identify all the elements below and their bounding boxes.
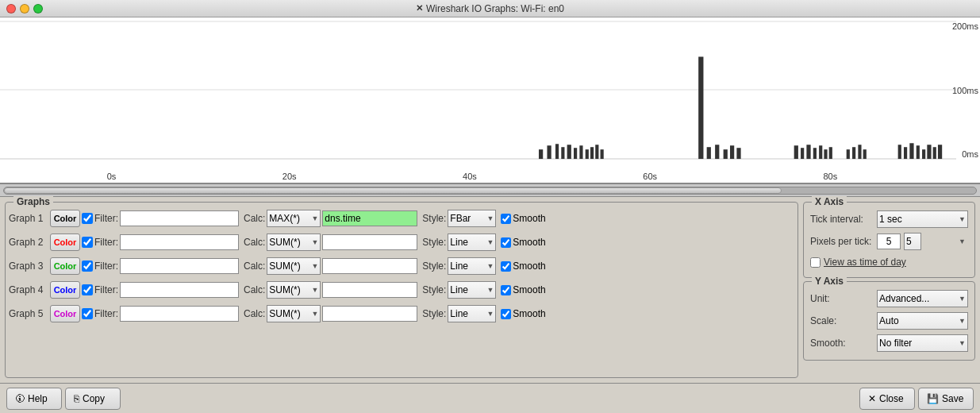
- filter-input-3[interactable]: [120, 258, 239, 274]
- calc-select-3[interactable]: SUM(*) SUM(*) MIN(*) AVG(*) LOAD(*): [267, 257, 321, 275]
- calc-select-2[interactable]: SUM(*) SUM(*) MIN(*) AVG(*) LOAD(*): [267, 234, 321, 251]
- filter-input-2[interactable]: [120, 234, 239, 250]
- calc-label-1: Calc:: [244, 213, 265, 224]
- svg-rect-35: [847, 149, 850, 159]
- right-panel: X Axis Tick interval: 1 sec 2 sec 5 sec …: [803, 202, 975, 378]
- svg-rect-7: [567, 145, 571, 159]
- filter-value-input-3[interactable]: [322, 258, 417, 274]
- save-button[interactable]: 💾 Save: [918, 388, 974, 410]
- svg-rect-8: [574, 148, 577, 159]
- style-select-wrapper-5[interactable]: Line Line FBar Dot Square: [448, 305, 496, 322]
- scale-row: Scale: Auto 10 100 1000: [810, 311, 968, 331]
- style-select-wrapper-1[interactable]: FBar Line FBar Dot Square: [448, 210, 496, 227]
- close-window-button[interactable]: [6, 4, 16, 14]
- minimize-window-button[interactable]: [20, 4, 29, 14]
- scrollbar-thumb[interactable]: [4, 187, 782, 194]
- title-bar: ✕ Wireshark IO Graphs: Wi-Fi: en0: [0, 0, 980, 17]
- x-label-80s: 80s: [823, 172, 837, 181]
- filter-label-3: Filter:: [94, 261, 118, 272]
- filter-value-input-2[interactable]: [322, 234, 417, 250]
- save-icon: 💾: [927, 393, 939, 404]
- pixels-per-tick-row: Pixels per tick: 5 1 2 10: [810, 231, 968, 252]
- filter-value-input-1[interactable]: [322, 210, 417, 226]
- style-select-5[interactable]: Line Line FBar Dot Square: [448, 305, 496, 322]
- tick-interval-select[interactable]: 1 sec 2 sec 5 sec 10 sec: [877, 210, 968, 228]
- scrollbar-track[interactable]: [3, 187, 977, 195]
- filter-checkbox-2[interactable]: [82, 237, 93, 248]
- smooth-select-wrapper[interactable]: No filter 4 8 16 32: [877, 334, 968, 352]
- color-indicator-4: Color: [54, 285, 77, 295]
- calc-label-3: Calc:: [244, 261, 265, 272]
- unit-row: Unit: Advanced... Packets/Tick Bytes/Tic…: [810, 288, 968, 309]
- copy-button[interactable]: ⎘ Copy: [65, 388, 121, 410]
- tick-interval-select-wrapper[interactable]: 1 sec 2 sec 5 sec 10 sec: [877, 210, 968, 228]
- smooth-checkbox-2[interactable]: [501, 237, 511, 248]
- y-label-200ms: 200ms: [952, 21, 978, 31]
- color-button-5[interactable]: Color: [50, 305, 80, 322]
- style-select-wrapper-3[interactable]: Line Line FBar Dot Square: [448, 257, 496, 275]
- filter-checkbox-4[interactable]: [82, 284, 93, 295]
- filter-value-input-4[interactable]: [322, 282, 417, 298]
- smooth-label-5: Smooth: [513, 308, 545, 319]
- close-button[interactable]: ✕ Close: [859, 388, 915, 410]
- calc-select-wrapper-1[interactable]: MAX(*) SUM(*) MIN(*) AVG(*) LOAD(*): [267, 210, 321, 227]
- scale-select-wrapper[interactable]: Auto 10 100 1000: [877, 312, 968, 330]
- style-label-4: Style:: [422, 284, 446, 295]
- filter-checkbox-3[interactable]: [82, 261, 93, 272]
- help-button[interactable]: 🛈 Help: [6, 388, 62, 410]
- filter-label-1: Filter:: [94, 213, 118, 224]
- pixels-per-tick-select[interactable]: 5 1 2 10: [904, 233, 921, 250]
- color-button-2[interactable]: Color: [50, 234, 80, 251]
- style-select-2[interactable]: Line Line FBar Dot Square: [448, 234, 496, 251]
- filter-checkbox-5[interactable]: [82, 308, 93, 319]
- view-time-checkbox[interactable]: [810, 257, 821, 268]
- calc-select-1[interactable]: MAX(*) SUM(*) MIN(*) AVG(*) LOAD(*): [267, 210, 321, 227]
- smooth-checkbox-1[interactable]: [501, 214, 511, 224]
- smooth-checkbox-3[interactable]: [501, 261, 511, 272]
- style-label-1: Style:: [422, 213, 446, 224]
- filter-value-input-5[interactable]: [322, 306, 417, 322]
- smooth-select[interactable]: No filter 4 8 16 32: [877, 334, 968, 352]
- calc-label-4: Calc:: [244, 284, 265, 295]
- filter-input-4[interactable]: [120, 282, 239, 298]
- svg-rect-30: [917, 145, 920, 159]
- style-select-4[interactable]: Line Line FBar Dot Square: [448, 281, 496, 299]
- pixels-per-tick-select-wrapper[interactable]: 5 1 2 10: [904, 233, 968, 250]
- style-select-wrapper-4[interactable]: Line Line FBar Dot Square: [448, 281, 496, 299]
- help-label: Help: [28, 393, 48, 404]
- maximize-window-button[interactable]: [33, 4, 43, 14]
- style-select-1[interactable]: FBar Line FBar Dot Square: [448, 210, 496, 227]
- unit-select[interactable]: Advanced... Packets/Tick Bytes/Tick Bits…: [877, 290, 968, 307]
- filter-checkbox-1[interactable]: [82, 213, 93, 224]
- unit-label: Unit:: [810, 293, 874, 304]
- svg-rect-21: [801, 148, 804, 159]
- calc-select-5[interactable]: SUM(*) SUM(*) MIN(*) AVG(*) LOAD(*): [267, 305, 321, 322]
- style-select-3[interactable]: Line Line FBar Dot Square: [448, 257, 496, 275]
- unit-select-wrapper[interactable]: Advanced... Packets/Tick Bytes/Tick Bits…: [877, 290, 968, 307]
- calc-select-wrapper-5[interactable]: SUM(*) SUM(*) MIN(*) AVG(*) LOAD(*): [267, 305, 321, 322]
- style-label-5: Style:: [422, 308, 446, 319]
- scale-select[interactable]: Auto 10 100 1000: [877, 312, 968, 330]
- smooth-checkbox-5[interactable]: [501, 309, 511, 319]
- graph-label-4: Graph 4: [9, 284, 48, 295]
- svg-rect-9: [579, 145, 582, 159]
- color-button-4[interactable]: Color: [50, 281, 80, 299]
- close-label: Close: [879, 393, 904, 404]
- style-select-wrapper-2[interactable]: Line Line FBar Dot Square: [448, 234, 496, 251]
- window-controls[interactable]: [6, 4, 43, 14]
- svg-rect-32: [927, 145, 931, 159]
- color-button-3[interactable]: Color: [50, 257, 80, 275]
- horizontal-scrollbar[interactable]: [0, 184, 980, 197]
- pixels-per-tick-input[interactable]: [877, 234, 901, 249]
- color-button-1[interactable]: Color: [50, 210, 80, 227]
- x-label-0s: 0s: [107, 172, 117, 181]
- calc-select-wrapper-3[interactable]: SUM(*) SUM(*) MIN(*) AVG(*) LOAD(*): [267, 257, 321, 275]
- calc-select-wrapper-4[interactable]: SUM(*) SUM(*) MIN(*) AVG(*) LOAD(*): [267, 281, 321, 299]
- graph-label-2: Graph 2: [9, 237, 48, 248]
- calc-select-4[interactable]: SUM(*) SUM(*) MIN(*) AVG(*) LOAD(*): [267, 281, 321, 299]
- filter-input-1[interactable]: [120, 210, 239, 226]
- graph-rows-container: Graph 1 Color Filter: Calc: MAX(*) SUM(*…: [9, 207, 794, 325]
- filter-input-5[interactable]: [120, 306, 239, 322]
- calc-select-wrapper-2[interactable]: SUM(*) SUM(*) MIN(*) AVG(*) LOAD(*): [267, 234, 321, 251]
- smooth-checkbox-4[interactable]: [501, 285, 511, 295]
